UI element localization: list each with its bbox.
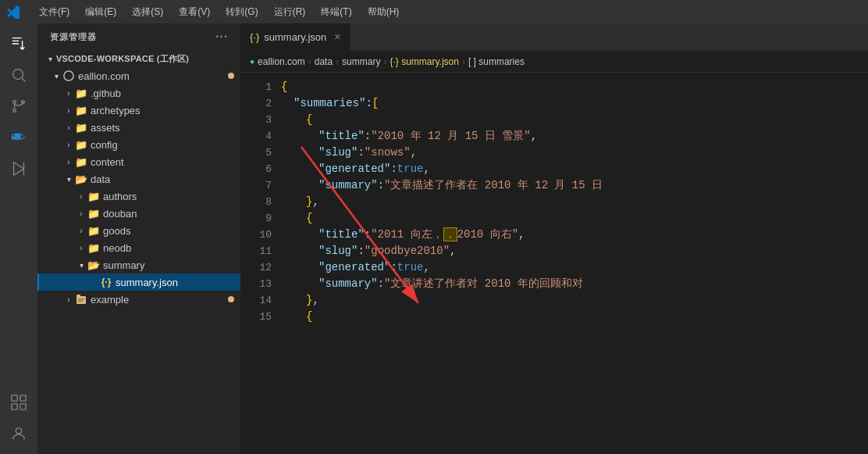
tab-close-button[interactable]: × <box>334 30 340 43</box>
breadcrumb-eallion[interactable]: eallion.com <box>258 56 305 67</box>
sidebar-menu-button[interactable]: ··· <box>215 30 228 44</box>
code-line-11: "slug": "goodbye2010", <box>281 243 868 259</box>
goods-folder-icon: 📁 <box>87 224 100 237</box>
code-line-4: "title": "2010 年 12 月 15 日 雪景", <box>281 128 868 145</box>
content-label: content <box>91 156 124 168</box>
github-folder-icon: 📁 <box>75 87 87 99</box>
config-label: config <box>91 139 118 151</box>
menu-edit[interactable]: 编辑(E) <box>79 4 123 20</box>
tree-item-github[interactable]: 📁 .github <box>37 84 240 102</box>
svg-rect-7 <box>15 134 17 136</box>
authors-label: authors <box>103 191 137 202</box>
tree-item-summary-json[interactable]: {·} summary.json <box>37 273 240 291</box>
archetypes-folder-icon: 📁 <box>75 104 87 116</box>
menu-goto[interactable]: 转到(G) <box>219 4 264 20</box>
activity-docker[interactable] <box>5 123 33 152</box>
code-line-12: "generated": true, <box>281 259 868 276</box>
tab-json-icon: {·} <box>250 31 259 43</box>
authors-folder-icon: 📁 <box>87 190 100 202</box>
neodb-chevron <box>75 241 87 254</box>
svg-rect-20 <box>78 301 83 302</box>
activity-explorer[interactable] <box>5 30 33 58</box>
breadcrumb-data[interactable]: data <box>315 56 333 67</box>
code-line-7: "summary": "文章描述了作者在 2010 年 12 月 15 日 <box>281 177 868 194</box>
tab-summary-json[interactable]: {·} summary.json × <box>240 23 350 50</box>
breadcrumb-summary-json[interactable]: {·} summary.json <box>390 56 458 67</box>
code-line-5: "slug": "snows", <box>281 145 868 161</box>
example-chevron <box>62 293 75 306</box>
authors-chevron <box>75 190 87 202</box>
tree-item-goods[interactable]: 📁 goods <box>37 222 240 239</box>
tree-item-summary[interactable]: 📂 summary <box>37 256 240 273</box>
vscode-logo <box>6 5 20 19</box>
example-label: example <box>91 294 129 306</box>
code-line-15: { <box>281 309 868 325</box>
tree-item-authors[interactable]: 📁 authors <box>37 188 240 205</box>
douban-label: douban <box>103 208 137 220</box>
root-icon <box>62 70 75 82</box>
neodb-label: neodb <box>103 242 131 254</box>
sidebar-header: 资源管理器 ··· <box>37 23 240 50</box>
activity-search[interactable] <box>5 61 33 89</box>
neodb-folder-icon: 📁 <box>87 241 100 254</box>
activity-account[interactable] <box>5 420 33 448</box>
svg-rect-19 <box>78 298 84 300</box>
douban-folder-icon: 📁 <box>87 207 100 220</box>
breadcrumb-eallion-label: eallion.com <box>258 56 305 67</box>
breadcrumb-summary-json-label: {·} summary.json <box>390 56 458 67</box>
tab-label: summary.json <box>264 31 326 43</box>
svg-rect-18 <box>76 295 80 297</box>
tree-item-root[interactable]: eallion.com <box>37 67 240 84</box>
editor-content[interactable]: 1 2 3 4 5 6 7 8 9 10 11 12 13 14 15 { <box>240 73 868 454</box>
tree-item-archetypes[interactable]: 📁 archetypes <box>37 102 240 119</box>
tree-item-assets[interactable]: 📁 assets <box>37 119 240 136</box>
tree-item-content[interactable]: 📁 content <box>37 153 240 170</box>
summary-chevron <box>75 259 87 271</box>
activity-run[interactable] <box>5 155 33 183</box>
menu-select[interactable]: 选择(S) <box>126 4 169 20</box>
activity-bar <box>0 23 37 454</box>
goods-chevron <box>75 224 87 237</box>
activity-extensions[interactable] <box>5 388 33 416</box>
archetypes-label: archetypes <box>91 105 141 116</box>
menu-bar: 文件(F) 编辑(E) 选择(S) 查看(V) 转到(G) 运行(R) 终端(T… <box>33 4 405 20</box>
activity-source-control[interactable] <box>5 92 33 120</box>
menu-terminal[interactable]: 终端(T) <box>315 4 358 20</box>
workspace-header[interactable]: VSCODE-WORKSPACE (工作区) <box>37 50 240 67</box>
menu-view[interactable]: 查看(V) <box>173 4 216 20</box>
tree-item-data[interactable]: 📂 data <box>37 170 240 188</box>
code-line-13: "summary": "文章讲述了作者对 2010 年的回顾和对 <box>281 276 868 292</box>
code-line-1: { <box>281 79 868 95</box>
breadcrumb-summaries[interactable]: [ ] summaries <box>468 56 525 67</box>
breadcrumb-summary[interactable]: summary <box>342 56 380 67</box>
breadcrumb-summaries-label: [ ] summaries <box>468 56 525 67</box>
summary-json-icon: {·} <box>100 276 112 288</box>
data-label: data <box>91 173 110 185</box>
data-folder-icon: 📂 <box>75 173 87 185</box>
tree-item-config[interactable]: 📁 config <box>37 136 240 153</box>
svg-rect-12 <box>20 395 26 401</box>
svg-point-2 <box>13 109 16 113</box>
breadcrumb-data-label: data <box>315 56 333 67</box>
data-chevron <box>62 173 75 185</box>
example-badge <box>228 296 234 302</box>
assets-chevron <box>62 121 75 134</box>
code-line-14: }, <box>281 292 868 309</box>
svg-marker-9 <box>14 163 24 176</box>
menu-run[interactable]: 运行(R) <box>268 4 312 20</box>
menu-help[interactable]: 帮助(H) <box>361 4 406 20</box>
svg-rect-14 <box>20 404 26 409</box>
summary-folder-icon: 📂 <box>87 259 100 271</box>
code-line-3: { <box>281 112 868 128</box>
tree-item-neodb[interactable]: 📁 neodb <box>37 239 240 256</box>
code-area[interactable]: { "summaries": [ { "title": "2010 年 12 月… <box>278 73 868 454</box>
tree-item-douban[interactable]: 📁 douban <box>37 205 240 222</box>
tree-item-example[interactable]: example <box>37 291 240 308</box>
menu-file[interactable]: 文件(F) <box>33 4 76 20</box>
goods-label: goods <box>103 225 130 237</box>
code-line-10: "title": "2011 向左，，2010 向右", <box>281 227 868 243</box>
example-folder-icon <box>75 293 87 306</box>
line-numbers: 1 2 3 4 5 6 7 8 9 10 11 12 13 14 15 <box>240 73 278 454</box>
github-label: .github <box>91 88 121 99</box>
code-line-8: }, <box>281 194 868 210</box>
